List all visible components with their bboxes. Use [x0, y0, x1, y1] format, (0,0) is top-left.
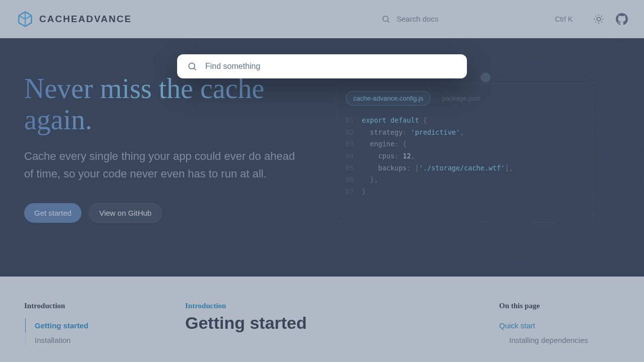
github-icon — [616, 13, 628, 26]
get-started-button[interactable]: Get started — [24, 203, 82, 223]
code-body: 01export default {02 strategy: 'predicti… — [337, 111, 592, 209]
search-icon — [187, 61, 197, 71]
main-content: Introduction Getting started — [185, 302, 469, 347]
search-kbd: Ctrl K — [555, 15, 573, 23]
hero-subtitle: Cache every single thing your app could … — [24, 147, 306, 183]
header-actions — [593, 13, 628, 25]
theme-toggle[interactable] — [593, 13, 605, 25]
search-input[interactable] — [205, 62, 457, 71]
brand-name: CACHEADVANCE — [39, 14, 132, 25]
search-trigger[interactable]: Search docs Ctrl K — [381, 15, 573, 24]
svg-point-0 — [383, 16, 388, 22]
code-tab-config[interactable]: cache-advance.config.js — [346, 91, 431, 106]
content-area: Introduction Getting startedInstallation… — [0, 277, 644, 362]
sidebar-item[interactable]: Getting started — [26, 318, 155, 333]
code-panel: cache-advance.config.js package.json 01e… — [336, 83, 593, 223]
logo-icon — [16, 10, 34, 28]
brand-logo[interactable]: CACHEADVANCE — [16, 10, 132, 28]
toc-item[interactable]: Installing dependencies — [499, 333, 620, 347]
toc-item[interactable]: Quick start — [499, 318, 620, 333]
toc-heading: On this page — [499, 302, 620, 310]
code-tab-package[interactable]: package.json — [435, 92, 488, 105]
sidebar-nav: Introduction Getting startedInstallation — [24, 302, 155, 347]
github-button[interactable]: View on GitHub — [89, 203, 162, 223]
page-eyebrow: Introduction — [185, 302, 469, 310]
search-icon — [381, 15, 390, 24]
code-tabs: cache-advance.config.js package.json — [337, 84, 592, 111]
page-title: Getting started — [185, 313, 469, 333]
hero-title: Never miss the cache again. — [24, 73, 306, 135]
search-modal — [177, 54, 467, 78]
search-placeholder-label: Search docs — [396, 15, 438, 23]
sun-icon — [593, 14, 604, 25]
svg-point-5 — [189, 63, 195, 69]
table-of-contents: On this page Quick startInstalling depen… — [499, 302, 620, 347]
svg-point-1 — [597, 17, 600, 21]
github-link[interactable] — [616, 13, 628, 25]
sidebar-item[interactable]: Installation — [26, 333, 155, 347]
site-header: CACHEADVANCE Search docs Ctrl K — [0, 0, 644, 38]
sidebar-section-title: Introduction — [24, 302, 155, 310]
